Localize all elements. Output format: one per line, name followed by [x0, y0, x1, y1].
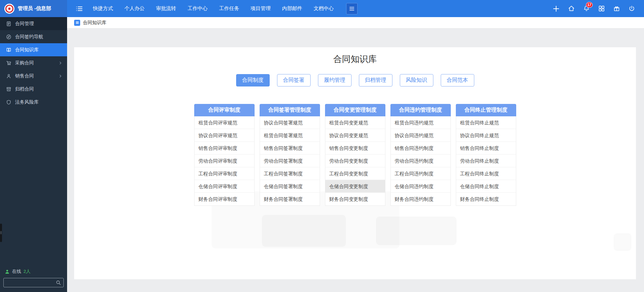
document-item[interactable]: 协议合同评审规范 — [195, 129, 254, 142]
document-item[interactable]: 财务合同变更制度 — [325, 193, 385, 206]
column-list: 租赁合同变更规范协议合同变更规范销售合同变更制度劳动合同变更制度工程合同变更制度… — [325, 116, 385, 206]
sales-icon — [6, 73, 11, 79]
topbar-nav-item-1[interactable]: 个人办公 — [119, 0, 150, 17]
document-item[interactable]: 仓储合同评审制度 — [195, 180, 254, 193]
document-item[interactable]: 仓储合同违约制度 — [391, 180, 450, 193]
chevron-right-icon — [58, 74, 62, 78]
document-item[interactable]: 销售合同终止制度 — [456, 142, 516, 155]
sidebar-item-2[interactable]: 合同知识库 — [0, 43, 67, 56]
book-icon — [6, 47, 11, 53]
document-item[interactable]: 工程合同违约制度 — [391, 167, 450, 180]
columns: 合同评审制度租赁合同评审规范协议合同评审规范销售合同评审制度劳动合同评审制度工程… — [74, 104, 636, 206]
document-item[interactable]: 销售合同签署制度 — [260, 142, 320, 155]
column-header: 合同违约管理制度 — [390, 104, 451, 116]
document-item[interactable]: 劳动合同变更制度 — [325, 155, 385, 167]
sidebar-item-label: 法务风险库 — [15, 99, 39, 105]
topbar-nav: 快捷方式个人办公审批流转工作中心工作任务项目管理内部邮件文档中心 — [87, 0, 339, 17]
more-menu-button[interactable] — [346, 3, 358, 14]
knowledge-column-1: 合同签署管理制度协议合同签署规范租赁合同签署规范销售合同签署制度劳动合同签署制度… — [260, 104, 320, 206]
document-item[interactable]: 租赁合同终止规范 — [456, 116, 516, 129]
sidebar-item-1[interactable]: 合同签约导航 — [0, 30, 67, 43]
sidebar-item-label: 合同签约导航 — [15, 34, 43, 40]
sidebar-search-input[interactable] — [3, 278, 64, 287]
online-status: 在线 2人 — [5, 269, 62, 275]
column-list: 协议合同签署规范租赁合同签署规范销售合同签署制度劳动合同签署制度工程合同签署制度… — [260, 116, 320, 206]
document-item[interactable]: 销售合同评审制度 — [195, 142, 254, 155]
document-item[interactable]: 劳动合同终止制度 — [456, 155, 516, 167]
document-item[interactable]: 协议合同终止规范 — [456, 129, 516, 142]
sidebar-item-0[interactable]: 合同管理 — [0, 17, 67, 30]
page-title: 合同知识库 — [74, 53, 636, 65]
topbar-nav-item-3[interactable]: 工作中心 — [182, 0, 213, 17]
document-item[interactable]: 协议合同签署规范 — [260, 116, 320, 129]
document-item[interactable]: 财务合同违约制度 — [391, 193, 450, 206]
brand-area[interactable]: 管理员 -信息部 — [0, 0, 67, 17]
document-item[interactable]: 销售合同变更制度 — [325, 142, 385, 155]
document-item[interactable]: 租赁合同违约规范 — [391, 116, 450, 129]
gift-icon — [613, 5, 620, 12]
notifications-button[interactable]: 17 — [583, 5, 590, 12]
column-header: 合同签署管理制度 — [260, 104, 320, 116]
archive-icon — [6, 86, 11, 92]
knowledge-column-4: 合同终止管理制度租赁合同终止规范协议合同终止规范销售合同终止制度劳动合同终止制度… — [456, 104, 516, 206]
document-item[interactable]: 工程合同变更制度 — [325, 167, 385, 180]
knowledge-column-0: 合同评审制度租赁合同评审规范协议合同评审规范销售合同评审制度劳动合同评审制度工程… — [194, 104, 255, 206]
document-item[interactable]: 财务合同评审制度 — [195, 193, 254, 206]
sidebar-item-4[interactable]: 销售合同 — [0, 69, 67, 82]
apps-button[interactable] — [598, 5, 605, 12]
topbar-nav-item-7[interactable]: 文档中心 — [308, 0, 339, 17]
document-item[interactable]: 租赁合同签署规范 — [260, 129, 320, 142]
tab-2[interactable]: 履约管理 — [318, 74, 352, 86]
home-button[interactable] — [568, 5, 575, 12]
document-item[interactable]: 财务合同签署制度 — [260, 193, 320, 206]
tab-4[interactable]: 风险知识 — [400, 74, 433, 86]
document-item[interactable]: 仓储合同签署制度 — [260, 180, 320, 193]
document-item[interactable]: 劳动合同评审制度 — [195, 155, 254, 167]
search-icon — [56, 280, 61, 285]
topbar-nav-item-6[interactable]: 内部邮件 — [276, 0, 308, 17]
add-button[interactable] — [552, 5, 560, 12]
purchase-icon — [6, 60, 11, 66]
breadcrumb-list-icon — [74, 20, 80, 26]
document-item[interactable]: 租赁合同变更规范 — [325, 116, 385, 129]
topbar-nav-item-5[interactable]: 项目管理 — [245, 0, 276, 17]
tab-1[interactable]: 合同签署 — [277, 74, 311, 86]
document-item[interactable]: 工程合同签署制度 — [260, 167, 320, 180]
tab-3[interactable]: 归档管理 — [359, 74, 392, 86]
document-item[interactable]: 销售合同违约制度 — [391, 142, 450, 155]
current-user-label: 管理员 -信息部 — [18, 5, 51, 12]
backtop-button — [615, 234, 630, 250]
hamburger-icon — [349, 6, 355, 12]
logout-button[interactable] — [628, 5, 635, 12]
document-item[interactable]: 仓储合同变更制度 — [325, 180, 385, 193]
gift-button[interactable] — [613, 5, 620, 12]
document-item[interactable]: 协议合同变更规范 — [325, 129, 385, 142]
document-item[interactable]: 仓储合同终止制度 — [456, 180, 516, 193]
sidebar-item-3[interactable]: 采购合同 — [0, 56, 67, 69]
menu-fold-icon[interactable] — [75, 5, 83, 12]
document-item[interactable]: 工程合同终止制度 — [456, 167, 516, 180]
document-item[interactable]: 财务合同终止制度 — [456, 193, 516, 206]
tab-5[interactable]: 合同范本 — [441, 74, 474, 86]
document-item[interactable]: 劳动合同违约制度 — [391, 155, 450, 167]
sidebar-scrollbar[interactable] — [0, 224, 2, 242]
sidebar-item-label: 销售合同 — [15, 73, 34, 79]
sidebar-item-5[interactable]: 归档合同 — [0, 82, 67, 96]
main-region: 合同知识库 合同知识库 合同制度合同签署履约管理归档管理风险知识合同范本 合同评… — [67, 17, 644, 292]
breadcrumb[interactable]: 合同知识库 — [67, 17, 644, 28]
sidebar-menu: 合同管理合同签约导航合同知识库采购合同销售合同归档合同法务风险库 — [0, 17, 67, 109]
sidebar-item-6[interactable]: 法务风险库 — [0, 96, 67, 109]
online-user-icon — [5, 269, 10, 274]
tab-0[interactable]: 合同制度 — [236, 74, 270, 86]
document-item[interactable]: 协议合同违约规范 — [391, 129, 450, 142]
topbar-nav-item-0[interactable]: 快捷方式 — [87, 0, 119, 17]
content-panel: 合同知识库 合同制度合同签署履约管理归档管理风险知识合同范本 合同评审制度租赁合… — [74, 47, 636, 279]
sidebar-item-label: 合同知识库 — [15, 47, 39, 53]
document-item[interactable]: 租赁合同评审规范 — [195, 116, 254, 129]
document-item[interactable]: 工程合同评审制度 — [195, 167, 254, 180]
sidebar-item-label: 合同管理 — [15, 21, 34, 27]
topbar-nav-item-4[interactable]: 工作任务 — [213, 0, 245, 17]
column-list: 租赁合同终止规范协议合同终止规范销售合同终止制度劳动合同终止制度工程合同终止制度… — [456, 116, 516, 206]
document-item[interactable]: 劳动合同签署制度 — [260, 155, 320, 167]
topbar-nav-item-2[interactable]: 审批流转 — [150, 0, 182, 17]
